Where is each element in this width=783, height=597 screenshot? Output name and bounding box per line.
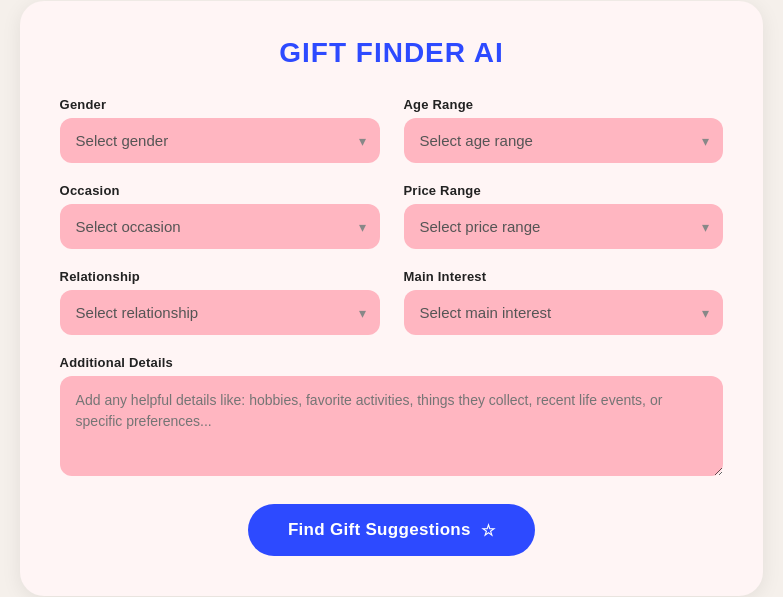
price-range-field: Price Range Select price range Under $25… [404,183,724,249]
relationship-label: Relationship [60,269,380,284]
occasion-select[interactable]: Select occasion Birthday Anniversary Chr… [60,204,380,249]
app-title: GIFT FINDER AI [60,37,724,69]
form-grid: Gender Select gender Male Female Non-bin… [60,97,724,476]
main-card: GIFT FINDER AI Gender Select gender Male… [20,1,764,596]
age-range-label: Age Range [404,97,724,112]
main-interest-select-wrapper: Select main interest Technology Sports M… [404,290,724,335]
gender-select[interactable]: Select gender Male Female Non-binary Oth… [60,118,380,163]
main-interest-field: Main Interest Select main interest Techn… [404,269,724,335]
price-range-select[interactable]: Select price range Under $25 $25–$50 $50… [404,204,724,249]
additional-details-label: Additional Details [60,355,724,370]
main-interest-label: Main Interest [404,269,724,284]
gender-select-wrapper: Select gender Male Female Non-binary Oth… [60,118,380,163]
price-range-select-wrapper: Select price range Under $25 $25–$50 $50… [404,204,724,249]
additional-details-textarea[interactable] [60,376,724,476]
gender-field: Gender Select gender Male Female Non-bin… [60,97,380,163]
additional-details-field: Additional Details [60,355,724,476]
age-range-select[interactable]: Select age range 0-12 13-17 18-24 25-34 … [404,118,724,163]
occasion-select-wrapper: Select occasion Birthday Anniversary Chr… [60,204,380,249]
price-range-label: Price Range [404,183,724,198]
find-gifts-button[interactable]: Find Gift Suggestions ☆ [248,504,535,556]
gender-label: Gender [60,97,380,112]
occasion-field: Occasion Select occasion Birthday Annive… [60,183,380,249]
main-interest-select[interactable]: Select main interest Technology Sports M… [404,290,724,335]
submit-button-label: Find Gift Suggestions [288,520,471,540]
age-range-field: Age Range Select age range 0-12 13-17 18… [404,97,724,163]
relationship-select-wrapper: Select relationship Partner Spouse Paren… [60,290,380,335]
star-icon: ☆ [481,521,495,540]
relationship-field: Relationship Select relationship Partner… [60,269,380,335]
submit-row: Find Gift Suggestions ☆ [60,504,724,556]
relationship-select[interactable]: Select relationship Partner Spouse Paren… [60,290,380,335]
age-range-select-wrapper: Select age range 0-12 13-17 18-24 25-34 … [404,118,724,163]
occasion-label: Occasion [60,183,380,198]
